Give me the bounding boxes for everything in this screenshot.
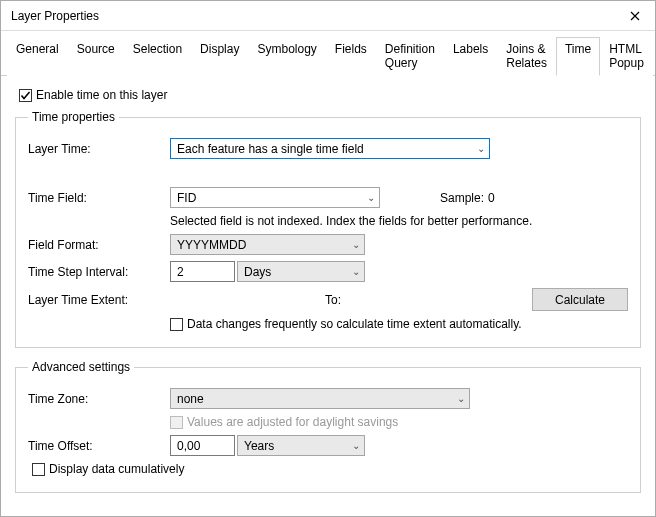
checkbox-checked-icon [19, 89, 32, 102]
checkbox-unchecked-icon [32, 463, 45, 476]
field-format-value: YYYYMMDD [177, 238, 246, 252]
tab-definition-query[interactable]: Definition Query [376, 37, 444, 76]
checkbox-disabled-icon [170, 416, 183, 429]
time-properties-legend: Time properties [28, 110, 119, 124]
field-format-label: Field Format: [28, 238, 170, 252]
tab-strip: General Source Selection Display Symbolo… [1, 31, 655, 76]
data-changes-checkbox[interactable]: Data changes frequently so calculate tim… [170, 317, 628, 331]
cumulative-checkbox[interactable]: Display data cumulatively [32, 462, 628, 476]
tab-source[interactable]: Source [68, 37, 124, 76]
chevron-down-icon: ⌄ [352, 440, 360, 451]
sample-value: 0 [488, 191, 495, 205]
time-zone-label: Time Zone: [28, 392, 170, 406]
tab-symbology[interactable]: Symbology [248, 37, 325, 76]
cumulative-label: Display data cumulatively [49, 462, 184, 476]
layer-properties-dialog: Layer Properties General Source Selectio… [0, 0, 656, 517]
tab-body: Enable time on this layer Time propertie… [1, 76, 655, 511]
time-extent-label: Layer Time Extent: [28, 293, 170, 307]
close-button[interactable] [615, 1, 655, 31]
layer-time-label: Layer Time: [28, 142, 170, 156]
chevron-down-icon: ⌄ [477, 143, 485, 154]
time-field-select[interactable]: FID ⌄ [170, 187, 380, 208]
time-offset-unit-select[interactable]: Years ⌄ [237, 435, 365, 456]
time-properties-group: Time properties Layer Time: Each feature… [15, 110, 641, 348]
time-step-label: Time Step Interval: [28, 265, 170, 279]
time-step-value: 2 [177, 265, 184, 279]
enable-time-checkbox[interactable]: Enable time on this layer [19, 88, 641, 102]
chevron-down-icon: ⌄ [457, 393, 465, 404]
tab-joins-relates[interactable]: Joins & Relates [497, 37, 556, 76]
dst-label: Values are adjusted for daylight savings [187, 415, 398, 429]
enable-time-label: Enable time on this layer [36, 88, 167, 102]
svg-rect-2 [171, 416, 183, 428]
sample-label: Sample: [440, 191, 484, 205]
time-offset-label: Time Offset: [28, 439, 170, 453]
tab-time[interactable]: Time [556, 37, 600, 76]
tab-fields[interactable]: Fields [326, 37, 376, 76]
checkbox-unchecked-icon [170, 318, 183, 331]
svg-rect-1 [171, 318, 183, 330]
time-step-unit-select[interactable]: Days ⌄ [237, 261, 365, 282]
time-offset-value: 0,00 [177, 439, 200, 453]
time-step-unit-value: Days [244, 265, 271, 279]
layer-time-select[interactable]: Each feature has a single time field ⌄ [170, 138, 490, 159]
titlebar: Layer Properties [1, 1, 655, 31]
index-note: Selected field is not indexed. Index the… [170, 214, 628, 228]
time-zone-value: none [177, 392, 204, 406]
time-zone-select[interactable]: none ⌄ [170, 388, 470, 409]
chevron-down-icon: ⌄ [352, 239, 360, 250]
data-changes-label: Data changes frequently so calculate tim… [187, 317, 522, 331]
svg-rect-3 [33, 463, 45, 475]
advanced-settings-group: Advanced settings Time Zone: none ⌄ Valu… [15, 360, 641, 493]
chevron-down-icon: ⌄ [367, 192, 375, 203]
advanced-settings-legend: Advanced settings [28, 360, 134, 374]
layer-time-value: Each feature has a single time field [177, 142, 364, 156]
chevron-down-icon: ⌄ [352, 266, 360, 277]
time-step-input[interactable]: 2 [170, 261, 235, 282]
dst-checkbox: Values are adjusted for daylight savings [170, 415, 628, 429]
dialog-footer: Aceptar Cancelar Aplicar [1, 511, 655, 517]
field-format-select[interactable]: YYYYMMDD ⌄ [170, 234, 365, 255]
calculate-button[interactable]: Calculate [532, 288, 628, 311]
time-offset-unit-value: Years [244, 439, 274, 453]
close-icon [630, 11, 640, 21]
tab-labels[interactable]: Labels [444, 37, 497, 76]
svg-rect-0 [20, 89, 32, 101]
tab-selection[interactable]: Selection [124, 37, 191, 76]
time-field-label: Time Field: [28, 191, 170, 205]
tab-display[interactable]: Display [191, 37, 248, 76]
time-extent-to: To: [325, 293, 341, 307]
window-title: Layer Properties [11, 9, 99, 23]
tab-general[interactable]: General [7, 37, 68, 76]
tab-html-popup[interactable]: HTML Popup [600, 37, 653, 76]
time-offset-input[interactable]: 0,00 [170, 435, 235, 456]
time-field-value: FID [177, 191, 196, 205]
